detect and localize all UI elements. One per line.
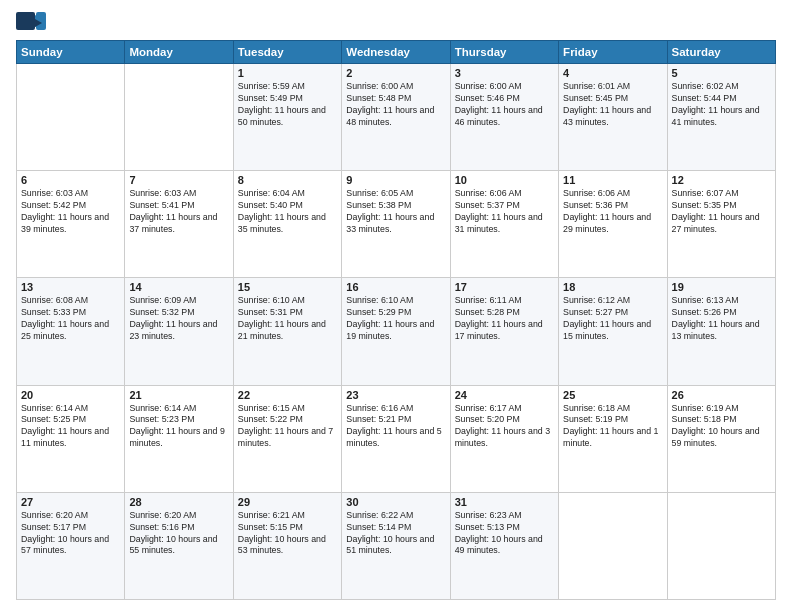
calendar-cell: 2Sunrise: 6:00 AM Sunset: 5:48 PM Daylig… — [342, 64, 450, 171]
day-number: 31 — [455, 496, 554, 508]
calendar-cell: 6Sunrise: 6:03 AM Sunset: 5:42 PM Daylig… — [17, 171, 125, 278]
calendar-cell: 25Sunrise: 6:18 AM Sunset: 5:19 PM Dayli… — [559, 385, 667, 492]
calendar-cell: 21Sunrise: 6:14 AM Sunset: 5:23 PM Dayli… — [125, 385, 233, 492]
col-header-tuesday: Tuesday — [233, 41, 341, 64]
calendar-cell: 16Sunrise: 6:10 AM Sunset: 5:29 PM Dayli… — [342, 278, 450, 385]
day-info: Sunrise: 6:01 AM Sunset: 5:45 PM Dayligh… — [563, 81, 662, 129]
day-number: 14 — [129, 281, 228, 293]
day-number: 25 — [563, 389, 662, 401]
day-number: 26 — [672, 389, 771, 401]
day-number: 8 — [238, 174, 337, 186]
calendar-cell: 5Sunrise: 6:02 AM Sunset: 5:44 PM Daylig… — [667, 64, 775, 171]
day-number: 13 — [21, 281, 120, 293]
calendar-cell — [17, 64, 125, 171]
calendar-cell: 29Sunrise: 6:21 AM Sunset: 5:15 PM Dayli… — [233, 492, 341, 599]
day-info: Sunrise: 6:16 AM Sunset: 5:21 PM Dayligh… — [346, 403, 445, 451]
day-info: Sunrise: 6:00 AM Sunset: 5:48 PM Dayligh… — [346, 81, 445, 129]
calendar-cell: 12Sunrise: 6:07 AM Sunset: 5:35 PM Dayli… — [667, 171, 775, 278]
calendar-cell: 19Sunrise: 6:13 AM Sunset: 5:26 PM Dayli… — [667, 278, 775, 385]
calendar-week-4: 20Sunrise: 6:14 AM Sunset: 5:25 PM Dayli… — [17, 385, 776, 492]
day-number: 1 — [238, 67, 337, 79]
day-number: 21 — [129, 389, 228, 401]
calendar-cell: 9Sunrise: 6:05 AM Sunset: 5:38 PM Daylig… — [342, 171, 450, 278]
calendar-cell: 3Sunrise: 6:00 AM Sunset: 5:46 PM Daylig… — [450, 64, 558, 171]
calendar-table: SundayMondayTuesdayWednesdayThursdayFrid… — [16, 40, 776, 600]
calendar-cell: 11Sunrise: 6:06 AM Sunset: 5:36 PM Dayli… — [559, 171, 667, 278]
calendar-week-5: 27Sunrise: 6:20 AM Sunset: 5:17 PM Dayli… — [17, 492, 776, 599]
day-number: 19 — [672, 281, 771, 293]
calendar-cell: 20Sunrise: 6:14 AM Sunset: 5:25 PM Dayli… — [17, 385, 125, 492]
header — [16, 12, 776, 32]
day-number: 9 — [346, 174, 445, 186]
col-header-saturday: Saturday — [667, 41, 775, 64]
day-number: 30 — [346, 496, 445, 508]
calendar-cell: 10Sunrise: 6:06 AM Sunset: 5:37 PM Dayli… — [450, 171, 558, 278]
day-info: Sunrise: 6:10 AM Sunset: 5:31 PM Dayligh… — [238, 295, 337, 343]
calendar-cell: 22Sunrise: 6:15 AM Sunset: 5:22 PM Dayli… — [233, 385, 341, 492]
calendar-cell: 18Sunrise: 6:12 AM Sunset: 5:27 PM Dayli… — [559, 278, 667, 385]
day-number: 28 — [129, 496, 228, 508]
day-number: 15 — [238, 281, 337, 293]
day-number: 22 — [238, 389, 337, 401]
day-number: 27 — [21, 496, 120, 508]
col-header-friday: Friday — [559, 41, 667, 64]
logo-svg — [16, 12, 46, 30]
day-number: 4 — [563, 67, 662, 79]
calendar-cell — [559, 492, 667, 599]
day-info: Sunrise: 6:14 AM Sunset: 5:25 PM Dayligh… — [21, 403, 120, 451]
calendar-cell: 14Sunrise: 6:09 AM Sunset: 5:32 PM Dayli… — [125, 278, 233, 385]
day-info: Sunrise: 6:20 AM Sunset: 5:17 PM Dayligh… — [21, 510, 120, 558]
calendar-header-row: SundayMondayTuesdayWednesdayThursdayFrid… — [17, 41, 776, 64]
day-info: Sunrise: 6:04 AM Sunset: 5:40 PM Dayligh… — [238, 188, 337, 236]
logo — [16, 12, 46, 32]
calendar-cell: 17Sunrise: 6:11 AM Sunset: 5:28 PM Dayli… — [450, 278, 558, 385]
day-info: Sunrise: 6:23 AM Sunset: 5:13 PM Dayligh… — [455, 510, 554, 558]
calendar-cell: 30Sunrise: 6:22 AM Sunset: 5:14 PM Dayli… — [342, 492, 450, 599]
day-info: Sunrise: 6:08 AM Sunset: 5:33 PM Dayligh… — [21, 295, 120, 343]
day-number: 11 — [563, 174, 662, 186]
day-info: Sunrise: 6:07 AM Sunset: 5:35 PM Dayligh… — [672, 188, 771, 236]
calendar-week-2: 6Sunrise: 6:03 AM Sunset: 5:42 PM Daylig… — [17, 171, 776, 278]
calendar-cell: 4Sunrise: 6:01 AM Sunset: 5:45 PM Daylig… — [559, 64, 667, 171]
day-number: 17 — [455, 281, 554, 293]
calendar-cell: 13Sunrise: 6:08 AM Sunset: 5:33 PM Dayli… — [17, 278, 125, 385]
calendar-cell: 8Sunrise: 6:04 AM Sunset: 5:40 PM Daylig… — [233, 171, 341, 278]
calendar-cell — [125, 64, 233, 171]
calendar-week-1: 1Sunrise: 5:59 AM Sunset: 5:49 PM Daylig… — [17, 64, 776, 171]
day-number: 23 — [346, 389, 445, 401]
day-info: Sunrise: 6:13 AM Sunset: 5:26 PM Dayligh… — [672, 295, 771, 343]
day-info: Sunrise: 6:02 AM Sunset: 5:44 PM Dayligh… — [672, 81, 771, 129]
day-info: Sunrise: 5:59 AM Sunset: 5:49 PM Dayligh… — [238, 81, 337, 129]
day-info: Sunrise: 6:15 AM Sunset: 5:22 PM Dayligh… — [238, 403, 337, 451]
day-info: Sunrise: 6:00 AM Sunset: 5:46 PM Dayligh… — [455, 81, 554, 129]
day-info: Sunrise: 6:09 AM Sunset: 5:32 PM Dayligh… — [129, 295, 228, 343]
day-info: Sunrise: 6:21 AM Sunset: 5:15 PM Dayligh… — [238, 510, 337, 558]
day-info: Sunrise: 6:06 AM Sunset: 5:37 PM Dayligh… — [455, 188, 554, 236]
day-number: 6 — [21, 174, 120, 186]
col-header-monday: Monday — [125, 41, 233, 64]
day-info: Sunrise: 6:10 AM Sunset: 5:29 PM Dayligh… — [346, 295, 445, 343]
day-number: 20 — [21, 389, 120, 401]
day-info: Sunrise: 6:18 AM Sunset: 5:19 PM Dayligh… — [563, 403, 662, 451]
day-number: 2 — [346, 67, 445, 79]
day-info: Sunrise: 6:17 AM Sunset: 5:20 PM Dayligh… — [455, 403, 554, 451]
day-info: Sunrise: 6:22 AM Sunset: 5:14 PM Dayligh… — [346, 510, 445, 558]
day-info: Sunrise: 6:03 AM Sunset: 5:41 PM Dayligh… — [129, 188, 228, 236]
page: SundayMondayTuesdayWednesdayThursdayFrid… — [0, 0, 792, 612]
day-number: 7 — [129, 174, 228, 186]
calendar-cell: 31Sunrise: 6:23 AM Sunset: 5:13 PM Dayli… — [450, 492, 558, 599]
calendar-cell: 23Sunrise: 6:16 AM Sunset: 5:21 PM Dayli… — [342, 385, 450, 492]
day-info: Sunrise: 6:14 AM Sunset: 5:23 PM Dayligh… — [129, 403, 228, 451]
calendar-cell: 15Sunrise: 6:10 AM Sunset: 5:31 PM Dayli… — [233, 278, 341, 385]
day-info: Sunrise: 6:19 AM Sunset: 5:18 PM Dayligh… — [672, 403, 771, 451]
calendar-week-3: 13Sunrise: 6:08 AM Sunset: 5:33 PM Dayli… — [17, 278, 776, 385]
calendar-cell — [667, 492, 775, 599]
svg-rect-0 — [16, 12, 35, 30]
day-info: Sunrise: 6:03 AM Sunset: 5:42 PM Dayligh… — [21, 188, 120, 236]
day-info: Sunrise: 6:12 AM Sunset: 5:27 PM Dayligh… — [563, 295, 662, 343]
calendar-cell: 27Sunrise: 6:20 AM Sunset: 5:17 PM Dayli… — [17, 492, 125, 599]
col-header-sunday: Sunday — [17, 41, 125, 64]
day-number: 24 — [455, 389, 554, 401]
calendar-cell: 7Sunrise: 6:03 AM Sunset: 5:41 PM Daylig… — [125, 171, 233, 278]
day-number: 3 — [455, 67, 554, 79]
